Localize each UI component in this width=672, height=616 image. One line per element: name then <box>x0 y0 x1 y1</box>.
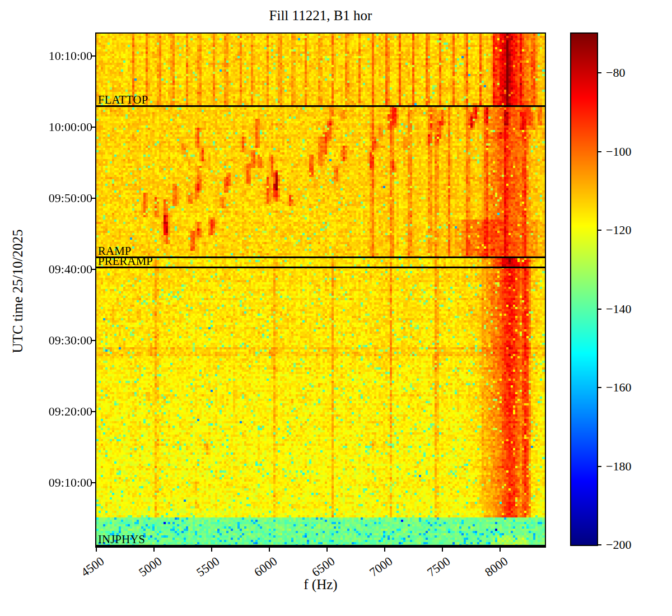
x-tick-label: 4500 <box>78 554 107 580</box>
annotation-label-flattop: FLATTOP <box>98 94 148 106</box>
x-tick-label: 5500 <box>194 554 222 580</box>
colorbar-tick-label: −200 <box>606 538 631 552</box>
x-axis-label: f (Hz) <box>96 577 545 592</box>
y-tick-label: 09:30:00 <box>3 333 92 348</box>
colorbar-tick-mark <box>597 387 601 388</box>
x-tick-label: 7500 <box>424 554 453 580</box>
y-tick-label: 09:10:00 <box>3 475 92 490</box>
x-tick-label: 6000 <box>251 554 280 580</box>
annotation-line-preramp <box>96 267 545 268</box>
spectrogram-heatmap <box>96 34 545 547</box>
x-tick-mark <box>96 547 97 552</box>
x-tick-mark <box>384 547 385 552</box>
annotation-line-ramp <box>96 256 545 258</box>
colorbar <box>571 34 597 545</box>
colorbar-tick-mark <box>597 544 601 545</box>
colorbar-tick-label: −180 <box>606 459 631 474</box>
colorbar-tick-label: −140 <box>606 302 631 316</box>
annotation-label-injphys: INJPHYS <box>98 534 145 545</box>
colorbar-tick-mark <box>597 72 601 73</box>
colorbar-tick-mark <box>597 466 601 467</box>
chart-title: Fill 11221, B1 hor <box>96 8 545 24</box>
y-tick-label: 09:40:00 <box>3 262 92 277</box>
x-tick-mark <box>326 547 328 552</box>
x-tick-mark <box>269 547 270 552</box>
y-tick-label: 09:20:00 <box>3 404 92 419</box>
colorbar-tick-mark <box>597 151 601 152</box>
x-tick-label: 5000 <box>136 554 165 580</box>
colorbar-tick-label: −100 <box>606 144 631 159</box>
annotation-line-injphys <box>96 545 545 547</box>
colorbar-tick-label: −160 <box>606 380 631 395</box>
colorbar-tick-mark <box>597 309 601 310</box>
x-tick-mark <box>442 547 443 552</box>
colorbar-tick-label: −120 <box>606 223 631 237</box>
x-tick-label: 8000 <box>482 554 511 580</box>
y-tick-label: 10:10:00 <box>3 49 92 63</box>
spectrogram-figure: Fill 11221, B1 hor f (Hz) UTC time 25/10… <box>0 0 672 616</box>
y-tick-label: 10:00:00 <box>3 120 92 134</box>
colorbar-tick-label: −80 <box>606 66 625 80</box>
x-tick-label: 7000 <box>367 554 395 580</box>
y-axis-label: UTC time 25/10/2025 <box>10 174 26 409</box>
annotation-line-flattop <box>96 105 545 107</box>
x-tick-mark <box>211 547 212 552</box>
x-tick-label: 6500 <box>309 554 338 580</box>
x-tick-mark <box>153 547 155 552</box>
annotation-label-preramp: PRERAMP <box>98 255 153 267</box>
x-tick-mark <box>500 547 501 552</box>
colorbar-tick-mark <box>597 230 601 231</box>
y-tick-label: 09:50:00 <box>3 191 92 206</box>
